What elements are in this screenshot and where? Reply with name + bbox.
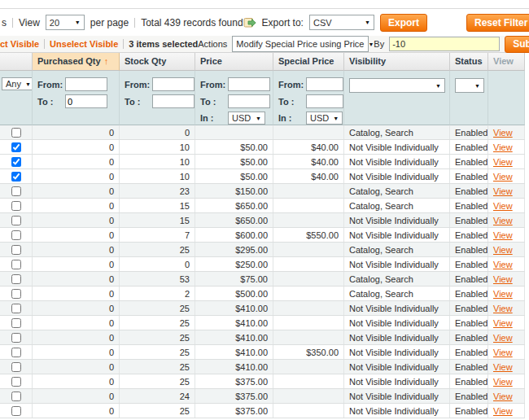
unselect-visible-link[interactable]: Unselect Visible (50, 39, 118, 49)
column-header-purchased-qty[interactable]: Purchased Qty↑ (33, 53, 120, 71)
stock-qty-cell: 15 (120, 213, 195, 227)
row-checkbox[interactable] (11, 274, 21, 284)
column-header-visibility[interactable]: Visibility (344, 53, 450, 71)
divider (123, 39, 124, 49)
row-checkbox[interactable] (11, 260, 21, 269)
view-link[interactable]: View (493, 201, 513, 211)
row-checkbox[interactable] (11, 186, 21, 196)
status-cell: Enabled (450, 404, 488, 418)
view-link[interactable]: View (493, 348, 513, 357)
row-checkbox[interactable] (11, 245, 21, 255)
view-link[interactable]: View (493, 230, 513, 240)
column-header-status[interactable]: Status (450, 53, 488, 71)
row-checkbox[interactable] (11, 348, 21, 357)
view-link[interactable]: View (493, 362, 513, 372)
from-label: From: (200, 80, 228, 90)
row-checkbox[interactable] (11, 216, 21, 225)
visibility-cell: Not Visible Individually (344, 228, 450, 242)
stock-qty-cell: 10 (120, 169, 195, 183)
row-checkbox[interactable] (11, 142, 21, 152)
table-row: 0 25 $375.00 Not Visible Individually En… (0, 404, 525, 418)
price-cell: $150.00 (195, 184, 273, 198)
row-checkbox[interactable] (11, 377, 21, 387)
special-price-cell (273, 257, 344, 271)
status-cell: Enabled (450, 360, 488, 374)
actions-select[interactable]: Modify Special Price using Price ▼ (232, 36, 369, 52)
table-row: 0 25 $410.00 Not Visible Individually En… (0, 330, 525, 345)
view-link[interactable]: View (493, 128, 513, 138)
view-link[interactable]: View (493, 186, 513, 196)
special-price-cell (273, 184, 344, 198)
view-link[interactable]: View (493, 142, 513, 152)
price-from-input[interactable] (228, 77, 270, 91)
price-cell: $600.00 (195, 228, 273, 242)
price-cell: $375.00 (195, 374, 273, 388)
stock-qty-from-input[interactable] (152, 77, 195, 91)
view-link[interactable]: View (493, 304, 513, 313)
column-header-stock-qty[interactable]: Stock Qty (120, 53, 195, 71)
by-input[interactable] (389, 37, 500, 51)
price-to-input[interactable] (228, 94, 270, 108)
view-link[interactable]: View (493, 318, 513, 328)
visibility-cell: Not Visible Individually (344, 404, 450, 418)
purchased-qty-from-input[interactable] (65, 77, 107, 91)
view-link[interactable]: View (493, 289, 513, 299)
column-header-view: View (488, 53, 525, 71)
chevron-down-icon: ▼ (333, 116, 339, 121)
special-price-currency-select[interactable]: USD ▼ (306, 112, 343, 125)
currency-value: USD (232, 113, 251, 123)
export-format-select[interactable]: CSV ▼ (309, 15, 374, 30)
row-checkbox[interactable] (11, 172, 21, 182)
select-visible-link[interactable]: ct Visible (0, 39, 39, 49)
reset-filter-button[interactable]: Reset Filter (466, 14, 529, 32)
special-price-from-input[interactable] (306, 77, 343, 91)
view-link[interactable]: View (493, 377, 513, 387)
per-page-select[interactable]: 20 ▼ (46, 15, 85, 30)
visibility-cell: Not Visible Individually (344, 155, 450, 168)
row-checkbox[interactable] (11, 392, 21, 401)
table-row: 0 7 $600.00 $550.00 Not Visible Individu… (0, 228, 525, 243)
row-checkbox[interactable] (11, 289, 21, 299)
view-link[interactable]: View (493, 172, 513, 182)
row-checkbox[interactable] (11, 128, 21, 138)
column-header-price[interactable]: Price (195, 53, 273, 71)
view-link[interactable]: View (493, 274, 513, 284)
stock-qty-cell: 25 (120, 345, 195, 359)
view-link[interactable]: View (493, 157, 513, 167)
table-row: 0 2 $500.00 Catalog, Search Enabled View (0, 287, 525, 301)
view-link[interactable]: View (493, 216, 513, 225)
row-checkbox[interactable] (11, 406, 21, 416)
row-checkbox[interactable] (11, 318, 21, 328)
export-icon (243, 16, 256, 29)
visibility-filter-select[interactable]: ▼ (349, 78, 445, 93)
row-checkbox[interactable] (11, 157, 21, 167)
status-filter-select[interactable]: ▼ (455, 78, 484, 93)
special-price-cell: $550.00 (273, 228, 344, 242)
stock-qty-to-input[interactable] (152, 94, 195, 108)
purchased-qty-to-input[interactable] (65, 94, 107, 108)
view-link[interactable]: View (493, 260, 513, 269)
visibility-cell: Not Visible Individually (344, 345, 450, 359)
table-row: 0 10 $50.00 $40.00 Not Visible Individua… (0, 140, 525, 155)
view-link[interactable]: View (493, 245, 513, 255)
checkbox-filter-select[interactable]: Any ▼ (2, 77, 33, 90)
price-currency-select[interactable]: USD ▼ (228, 112, 265, 125)
grid-filter-row: Any ▼ From: To : From: To : From: To : I… (0, 71, 525, 125)
export-button[interactable]: Export (380, 14, 427, 32)
divider (12, 18, 13, 28)
row-checkbox[interactable] (11, 201, 21, 211)
special-price-cell (273, 301, 344, 315)
purchased-qty-cell: 0 (33, 228, 120, 242)
column-header-special-price[interactable]: Special Price (273, 53, 344, 71)
row-checkbox[interactable] (11, 304, 21, 313)
view-link[interactable]: View (493, 392, 513, 401)
purchased-qty-cell: 0 (33, 199, 120, 212)
submit-button[interactable]: Submit (505, 36, 529, 53)
view-link[interactable]: View (493, 406, 513, 416)
row-checkbox[interactable] (11, 362, 21, 372)
view-link[interactable]: View (493, 333, 513, 343)
row-checkbox[interactable] (11, 333, 21, 343)
special-price-to-input[interactable] (306, 94, 343, 108)
row-checkbox[interactable] (11, 230, 21, 240)
visibility-cell: Not Visible Individually (344, 301, 450, 315)
